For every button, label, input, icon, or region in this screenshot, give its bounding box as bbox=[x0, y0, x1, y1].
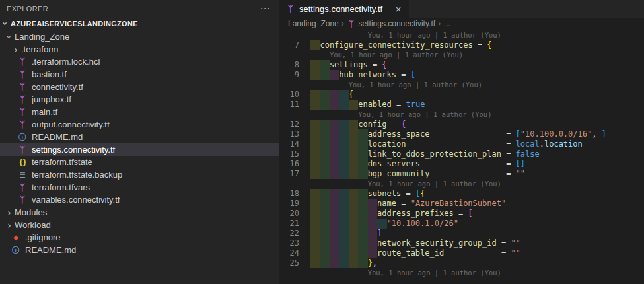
blame-annotation[interactable]: You, 1 hour ago | 1 author (You) bbox=[279, 110, 644, 120]
terraform-icon: ᛉ bbox=[347, 20, 356, 28]
line-number[interactable]: 24 bbox=[279, 248, 310, 258]
line-number[interactable]: 13 bbox=[279, 129, 310, 139]
line-number[interactable]: 7 bbox=[279, 40, 310, 50]
code-line-10[interactable]: 10{ bbox=[279, 90, 644, 100]
breadcrumb-file[interactable]: settings.connectivity.tf bbox=[359, 19, 436, 28]
code-text: subnets = [{ bbox=[368, 189, 425, 199]
line-number[interactable]: 9 bbox=[279, 70, 310, 80]
line-number[interactable]: 23 bbox=[279, 238, 310, 248]
line-number[interactable]: 17 bbox=[279, 169, 310, 179]
code-line-23[interactable]: 23network_security_group_id = "" bbox=[279, 238, 644, 248]
indent-guide bbox=[310, 129, 320, 139]
explorer-item-jumpbox-tf[interactable]: ᛉjumpbox.tf bbox=[0, 93, 279, 106]
indent-guide bbox=[339, 199, 348, 209]
terraform-icon: ᛉ bbox=[17, 95, 28, 104]
indent-guide bbox=[310, 100, 320, 110]
explorer-item-bastion-tf[interactable]: ᛉbastion.tf bbox=[0, 68, 279, 81]
indent-guide bbox=[330, 258, 339, 268]
code-line-21[interactable]: 21"10.100.1.0/26" bbox=[279, 219, 644, 229]
blame-annotation[interactable]: You, 1 hour ago | 1 author (You) bbox=[279, 50, 644, 60]
indent-guide bbox=[310, 248, 320, 258]
indent-guide bbox=[330, 189, 339, 199]
close-icon[interactable]: × bbox=[393, 3, 404, 15]
explorer-item-modules[interactable]: ›Modules bbox=[0, 206, 279, 219]
code-line-24[interactable]: 24route_table_id = "" bbox=[279, 248, 644, 258]
blame-annotation[interactable]: You, 1 hour ago | 1 author (You) bbox=[279, 268, 644, 278]
code-line-25[interactable]: 25}, bbox=[279, 258, 644, 268]
code-line-14[interactable]: 14location = local.location bbox=[279, 139, 644, 149]
blame-annotation[interactable]: You, 1 hour ago | 1 author (You) bbox=[279, 30, 644, 40]
code-line-16[interactable]: 16dns_servers = [] bbox=[279, 159, 644, 169]
indent-guide bbox=[320, 248, 329, 258]
code-text: }, bbox=[368, 258, 377, 268]
code-line-17[interactable]: 17bgp_community = "" bbox=[279, 169, 644, 179]
line-number[interactable]: 19 bbox=[279, 199, 310, 209]
chevron-right-icon: › bbox=[341, 19, 345, 28]
explorer-item-output-connectivity-tf[interactable]: ᛉoutput.connectivity.tf bbox=[0, 118, 279, 131]
code-line-18[interactable]: 18subnets = [{ bbox=[279, 189, 644, 199]
code-area[interactable]: You, 1 hour ago | 1 author (You)7configu… bbox=[279, 30, 644, 284]
code-text: address_prefixes = [ bbox=[377, 209, 473, 219]
indent-guide bbox=[320, 199, 329, 209]
line-number bbox=[279, 30, 310, 40]
indent-guide bbox=[349, 129, 358, 139]
line-number[interactable]: 8 bbox=[279, 60, 310, 70]
line-number[interactable]: 12 bbox=[279, 120, 310, 129]
braces-icon: {} bbox=[17, 159, 28, 166]
explorer-item-label: Modules bbox=[15, 207, 47, 217]
terraform-icon: ᛉ bbox=[17, 70, 28, 79]
indent-guide bbox=[310, 209, 320, 219]
explorer-item-readme-md[interactable]: ⓘREADME.md bbox=[0, 244, 279, 256]
code-line-20[interactable]: 20address_prefixes = [ bbox=[279, 209, 644, 219]
code-line-22[interactable]: 22] bbox=[279, 229, 644, 238]
explorer-item-terraform-tfstate[interactable]: {}terraform.tfstate bbox=[0, 156, 279, 168]
explorer-item-settings-connectivity-tf[interactable]: ᛉsettings.connectivity.tf bbox=[0, 143, 279, 156]
code-line-15[interactable]: 15link_to_ddos_protection_plan = false bbox=[279, 149, 644, 159]
explorer-item-landing-zone[interactable]: ›Landing_Zone bbox=[0, 30, 279, 43]
breadcrumb-symbol[interactable]: ... bbox=[444, 19, 450, 28]
indent-guide bbox=[320, 139, 329, 149]
code-line-11[interactable]: 11enabled = true bbox=[279, 100, 644, 110]
indent-guide bbox=[320, 70, 329, 80]
code-line-12[interactable]: 12config = { bbox=[279, 120, 644, 129]
code-line-13[interactable]: 13address_space = ["10.100.0.0/16", ] bbox=[279, 129, 644, 139]
line-number[interactable]: 20 bbox=[279, 209, 310, 219]
line-number[interactable]: 16 bbox=[279, 159, 310, 169]
line-number[interactable]: 14 bbox=[279, 139, 310, 149]
code-line-8[interactable]: 8settings = { bbox=[279, 60, 644, 70]
indent-guide bbox=[330, 159, 339, 169]
explorer-item-terraform-lock-hcl[interactable]: ᛉ.terraform.lock.hcl bbox=[0, 55, 279, 68]
indent-guide bbox=[368, 229, 377, 238]
more-actions-icon[interactable]: ⋯ bbox=[260, 3, 270, 15]
code-line-19[interactable]: 19name = "AzureBastionSubnet" bbox=[279, 199, 644, 209]
indent-guide bbox=[339, 129, 348, 139]
explorer-item-variables-connectivity-tf[interactable]: ᛉvariables.connectivity.tf bbox=[0, 194, 279, 206]
blame-annotation[interactable]: You, 1 hour ago | 1 author (You) bbox=[279, 80, 644, 90]
explorer-title: EXPLORER bbox=[7, 5, 48, 13]
blame-annotation[interactable]: You, 1 hour ago | 1 author (You) bbox=[279, 179, 644, 189]
breadcrumb-folder[interactable]: Landing_Zone bbox=[288, 19, 339, 28]
line-number[interactable]: 15 bbox=[279, 149, 310, 159]
line-number[interactable]: 22 bbox=[279, 229, 310, 238]
code-line-9[interactable]: 9hub_networks = [ bbox=[279, 70, 644, 80]
line-number[interactable]: 18 bbox=[279, 189, 310, 199]
indent-guide bbox=[320, 129, 329, 139]
code-line-7[interactable]: 7configure_connectivity_resources = { bbox=[279, 40, 644, 50]
line-number[interactable]: 21 bbox=[279, 219, 310, 229]
explorer-item-connectivity-tf[interactable]: ᛉconnectivity.tf bbox=[0, 81, 279, 93]
line-number[interactable]: 25 bbox=[279, 258, 310, 268]
line-number[interactable]: 11 bbox=[279, 100, 310, 110]
explorer-item-label: settings.connectivity.tf bbox=[32, 145, 115, 155]
explorer-item-label: output.connectivity.tf bbox=[32, 120, 110, 129]
explorer-item-main-tf[interactable]: ᛉmain.tf bbox=[0, 106, 279, 118]
explorer-item-terraform-tfvars[interactable]: ᛉterraform.tfvars bbox=[0, 181, 279, 194]
explorer-item-readme-md[interactable]: ⓘREADME.md bbox=[0, 131, 279, 143]
workspace-header[interactable]: › AZUREAISERVICESLANDINGZONE bbox=[0, 17, 279, 30]
tab-settings-connectivity-tf[interactable]: ᛉ settings.connectivity.tf × bbox=[279, 0, 409, 18]
chevron-right-icon: › bbox=[438, 19, 441, 28]
explorer-item-terraform[interactable]: ›.terraform bbox=[0, 43, 279, 55]
explorer-item-terraform-tfstate-backup[interactable]: ≣terraform.tfstate.backup bbox=[0, 168, 279, 181]
line-number[interactable]: 10 bbox=[279, 90, 310, 100]
explorer-item-workload[interactable]: ›Workload bbox=[0, 219, 279, 231]
explorer-item-gitignore[interactable]: ◆.gitignore bbox=[0, 231, 279, 244]
